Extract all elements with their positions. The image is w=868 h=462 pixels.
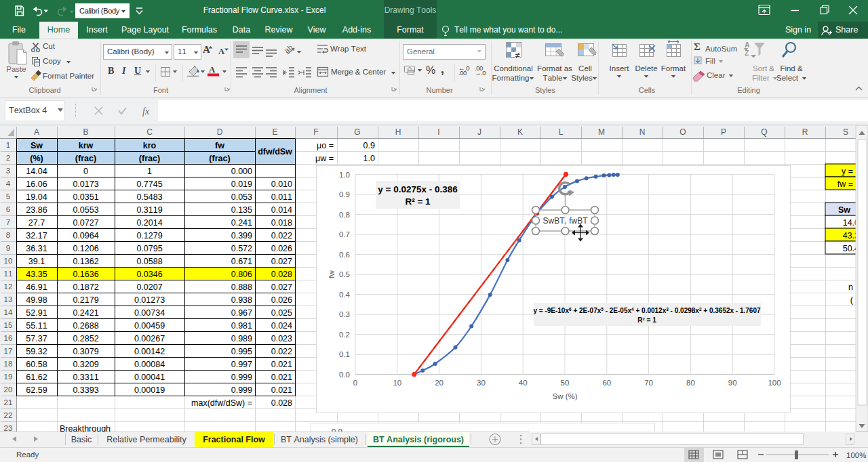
- svg-text:0.000: 0.000: [231, 167, 252, 176]
- svg-text:0.023: 0.023: [271, 334, 292, 343]
- svg-text:R: R: [802, 127, 808, 137]
- svg-text:0.00734: 0.00734: [134, 308, 165, 318]
- svg-text:0.027: 0.027: [271, 257, 292, 266]
- svg-text:Q: Q: [761, 127, 767, 137]
- svg-text:0.028: 0.028: [271, 270, 292, 279]
- svg-text:27.7: 27.7: [28, 218, 45, 228]
- svg-text:0.028: 0.028: [271, 398, 292, 408]
- svg-text:0.0727: 0.0727: [73, 218, 98, 228]
- svg-text:22: 22: [4, 411, 13, 419]
- svg-text:C: C: [146, 127, 153, 137]
- svg-text:fw: fw: [328, 270, 336, 278]
- svg-text:0.2: 0.2: [339, 331, 350, 339]
- svg-text:16: 16: [4, 334, 13, 342]
- svg-text:0.0173: 0.0173: [73, 180, 98, 189]
- svg-text:0.021: 0.021: [271, 373, 292, 382]
- svg-text:R² = 1: R² = 1: [637, 316, 656, 324]
- svg-text:fw: fw: [215, 141, 224, 150]
- svg-text:0.967: 0.967: [231, 308, 252, 318]
- svg-text:70: 70: [644, 379, 653, 387]
- svg-text:11: 11: [4, 270, 13, 278]
- svg-text:0.010: 0.010: [271, 180, 292, 189]
- svg-text:0.019: 0.019: [231, 180, 252, 189]
- svg-text:0.999: 0.999: [231, 385, 252, 395]
- svg-text:0.022: 0.022: [271, 231, 292, 240]
- svg-text:μw =: μw =: [315, 154, 334, 163]
- svg-text:9: 9: [6, 244, 10, 252]
- svg-text:0.0207: 0.0207: [136, 282, 162, 292]
- svg-text:49.98: 49.98: [26, 295, 47, 305]
- svg-text:3: 3: [6, 167, 10, 175]
- svg-text:0.2421: 0.2421: [73, 308, 98, 318]
- svg-text:0.3079: 0.3079: [73, 347, 98, 356]
- svg-text:Sw: Sw: [838, 205, 850, 215]
- svg-text:0.2852: 0.2852: [73, 334, 98, 343]
- svg-text:20: 20: [435, 379, 443, 387]
- svg-text:4: 4: [6, 180, 11, 188]
- svg-text:max(dfw/dSw) =: max(dfw/dSw) =: [191, 398, 252, 408]
- svg-text:57.37: 57.37: [26, 334, 47, 343]
- svg-text:0.022: 0.022: [271, 347, 292, 356]
- svg-text:0.01273: 0.01273: [134, 295, 165, 305]
- svg-text:55.11: 55.11: [26, 321, 47, 331]
- svg-text:61.62: 61.62: [26, 373, 47, 382]
- svg-text:0.2179: 0.2179: [73, 295, 98, 305]
- svg-text:0.806: 0.806: [231, 270, 252, 279]
- svg-text:13: 13: [4, 295, 13, 303]
- svg-text:L: L: [559, 127, 564, 137]
- svg-text:0.1279: 0.1279: [136, 231, 162, 240]
- svg-text:0.8: 0.8: [339, 211, 350, 219]
- svg-text:0.00459: 0.00459: [134, 321, 165, 331]
- svg-text:0.00267: 0.00267: [134, 334, 165, 343]
- svg-text:D: D: [217, 127, 223, 137]
- svg-text:80: 80: [686, 379, 695, 387]
- svg-text:0.1872: 0.1872: [73, 282, 98, 292]
- svg-text:K: K: [517, 127, 523, 137]
- svg-text:60: 60: [602, 379, 611, 387]
- svg-text:1.0: 1.0: [363, 154, 375, 163]
- svg-text:0.9: 0.9: [363, 141, 375, 150]
- svg-text:μo =: μo =: [317, 141, 334, 150]
- svg-text:kro: kro: [143, 141, 157, 150]
- svg-text:0.3393: 0.3393: [73, 385, 98, 395]
- svg-text:59.32: 59.32: [26, 347, 47, 356]
- svg-text:6: 6: [6, 205, 10, 213]
- svg-text:32.17: 32.17: [26, 231, 47, 240]
- svg-text:Basic: Basic: [71, 435, 92, 444]
- svg-text:39.1: 39.1: [28, 257, 45, 266]
- svg-text:0.241: 0.241: [231, 218, 252, 228]
- svg-text:20: 20: [4, 385, 13, 394]
- svg-text:0.053: 0.053: [231, 192, 252, 202]
- svg-text:1: 1: [147, 167, 152, 176]
- svg-text:Relative Permeability: Relative Permeability: [106, 435, 186, 444]
- svg-text:0.0795: 0.0795: [136, 244, 162, 253]
- svg-text:G: G: [354, 127, 360, 137]
- svg-text:J: J: [477, 127, 481, 137]
- svg-text:F: F: [313, 127, 318, 137]
- svg-text:0.3209: 0.3209: [73, 360, 98, 369]
- svg-text:0.135: 0.135: [231, 205, 252, 215]
- svg-text:y = 0.0275x - 0.386: y = 0.0275x - 0.386: [378, 184, 458, 194]
- svg-text:dfw/dSw: dfw/dSw: [258, 147, 292, 156]
- svg-text:y =: y =: [842, 167, 853, 176]
- svg-text:0.7745: 0.7745: [136, 180, 162, 189]
- svg-text:0.7: 0.7: [339, 230, 350, 238]
- svg-text:B: B: [83, 127, 88, 137]
- svg-text:30: 30: [477, 379, 486, 387]
- svg-text:0.572: 0.572: [231, 244, 252, 253]
- svg-text:18: 18: [4, 360, 13, 368]
- svg-text:100%: 100%: [846, 451, 866, 459]
- svg-text:40: 40: [519, 379, 528, 387]
- svg-text:0.1: 0.1: [339, 350, 350, 358]
- svg-text:7: 7: [6, 218, 10, 226]
- svg-text:N: N: [639, 127, 646, 137]
- svg-text:R² = 1: R² = 1: [405, 196, 431, 207]
- svg-text:0.014: 0.014: [271, 205, 292, 215]
- svg-text:(%): (%): [30, 154, 43, 163]
- svg-text:0.021: 0.021: [271, 385, 292, 395]
- svg-text:(frac): (frac): [139, 154, 160, 163]
- svg-text:(frac): (frac): [75, 154, 96, 163]
- svg-text:0.021: 0.021: [271, 360, 292, 369]
- svg-text:0.018: 0.018: [271, 218, 292, 228]
- svg-text:23.86: 23.86: [26, 205, 47, 215]
